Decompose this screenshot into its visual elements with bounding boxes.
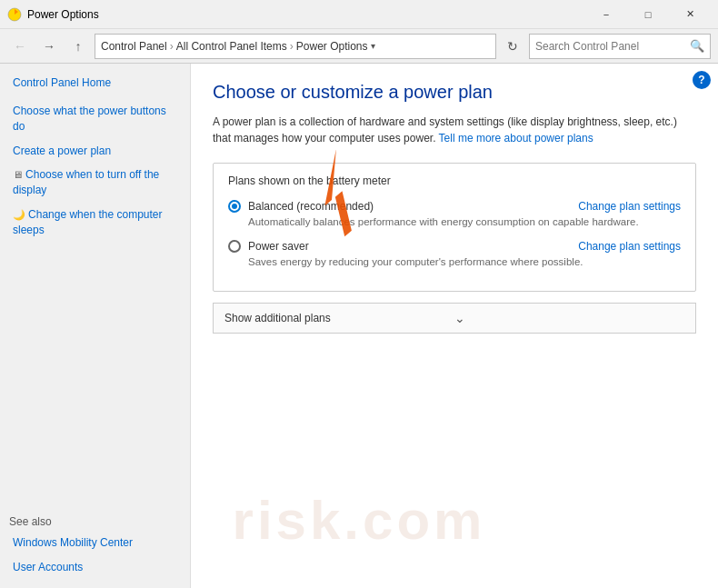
breadcrumb-sep2: › [290,40,294,53]
show-additional-plans[interactable]: Show additional plans ⌄ [213,303,696,334]
tell-me-more-link[interactable]: Tell me more about power plans [439,132,593,145]
sidebar-user-accounts[interactable]: User Accounts [9,558,181,577]
maximize-button[interactable]: □ [627,0,669,29]
breadcrumb-current: Power Options [296,40,368,53]
plan-balanced-name: Balanced (recommended) [248,200,578,213]
plan-balanced-radio[interactable] [228,200,241,213]
page-title: Choose or customize a power plan [213,82,696,103]
sidebar-mobility-center[interactable]: Windows Mobility Center [9,533,181,553]
minimize-button[interactable]: − [585,0,627,29]
main-container: Control Panel Home Choose what the power… [0,64,718,588]
page-description: A power plan is a collection of hardware… [213,114,685,146]
sidebar-bottom: See also Windows Mobility Center User Ac… [9,497,181,577]
breadcrumb-all-items[interactable]: All Control Panel Items [176,40,287,53]
app-icon [7,7,22,22]
back-button[interactable]: ← [7,34,33,59]
sidebar-item-power-buttons-label: Choose what the power buttons do [13,105,166,133]
sidebar-item-sleep-label: Change when the computer sleeps [13,208,163,236]
plan-power-saver-settings[interactable]: Change plan settings [578,240,681,253]
sidebar-home-link[interactable]: Control Panel Home [9,75,181,91]
content-area: ? Choose or customize a power plan A pow… [191,64,718,588]
titlebar: Power Options − □ ✕ [0,0,718,29]
breadcrumb: Control Panel › All Control Panel Items … [95,34,496,59]
search-icon[interactable]: 🔍 [690,39,704,53]
sidebar-item-sleep[interactable]: 🌙 Change when the computer sleeps [9,205,181,240]
sidebar-item-turn-off-display-icon: 🖥 [13,169,25,180]
plan-power-saver-radio[interactable] [228,240,241,253]
plan-power-saver-desc: Saves energy by reducing your computer's… [248,256,681,267]
sidebar-item-create-plan[interactable]: Create a power plan [9,142,181,161]
breadcrumb-sep1: › [170,40,174,53]
plan-item-power-saver: Power saver Change plan settings Saves e… [228,240,681,267]
plan-balanced-settings[interactable]: Change plan settings [578,200,681,213]
plan-item-balanced: Balanced (recommended) Change plan setti… [228,200,681,227]
search-box: 🔍 [529,34,711,59]
sidebar-item-turn-off-display-label: Choose when to turn off the display [13,168,159,196]
sidebar-item-sleep-icon: 🌙 [13,209,28,220]
forward-button[interactable]: → [36,34,62,59]
window-title: Power Options [27,8,585,21]
plan-balanced-header: Balanced (recommended) Change plan setti… [228,200,681,213]
plans-section-title: Plans shown on the battery meter [228,174,681,187]
plan-power-saver-name: Power saver [248,240,578,253]
sidebar-item-create-plan-label: Create a power plan [13,145,111,157]
plans-section: Plans shown on the battery meter Balance… [213,163,696,292]
close-button[interactable]: ✕ [669,0,711,29]
sidebar-item-turn-off-display[interactable]: 🖥 Choose when to turn off the display [9,165,181,200]
window-controls: − □ ✕ [585,0,711,29]
breadcrumb-dropdown-icon[interactable]: ▾ [371,41,375,51]
search-input[interactable] [535,40,690,53]
sidebar-item-power-buttons[interactable]: Choose what the power buttons do [9,102,181,136]
up-button[interactable]: ↑ [65,34,91,59]
sidebar: Control Panel Home Choose what the power… [0,64,191,588]
plan-power-saver-header: Power saver Change plan settings [228,240,681,253]
see-also-label: See also [9,515,181,528]
show-additional-label: Show additional plans [224,312,454,324]
refresh-button[interactable]: ↻ [500,34,525,59]
plan-balanced-desc: Automatically balances performance with … [248,216,681,227]
breadcrumb-control-panel[interactable]: Control Panel [101,40,167,53]
addressbar: ← → ↑ Control Panel › All Control Panel … [0,29,718,64]
help-button[interactable]: ? [693,71,711,89]
chevron-down-icon: ⌄ [454,311,684,325]
